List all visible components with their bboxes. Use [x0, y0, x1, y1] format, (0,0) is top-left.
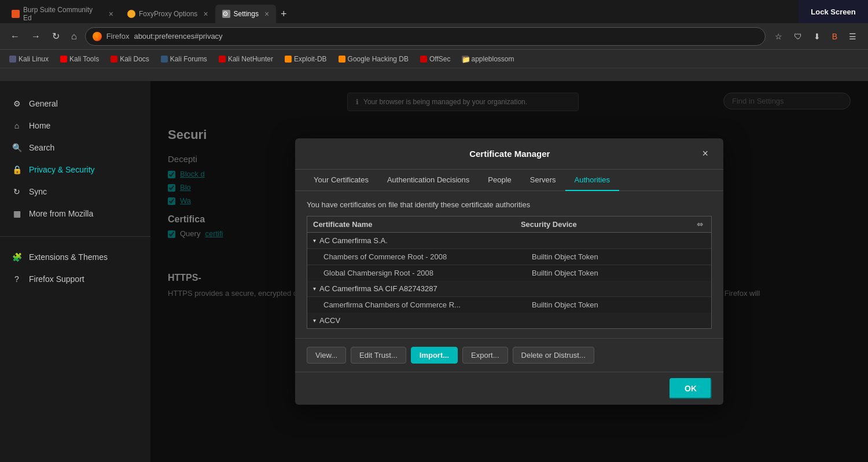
sidebar-privacy-label: Privacy & Security	[29, 165, 95, 174]
cert-row-name: Chambers of Commerce Root - 2008	[323, 252, 532, 261]
sidebar-item-search[interactable]: 🔍 Search	[0, 137, 150, 159]
cert-row-device: Builtin Object Token	[532, 269, 705, 277]
sidebar-item-general[interactable]: ⚙ General	[0, 93, 150, 115]
sidebar-home-label: Home	[29, 121, 50, 130]
modal-close-button[interactable]: ×	[698, 146, 712, 161]
bookmark-google-hacking-db[interactable]: Google Hacking DB	[334, 54, 413, 64]
cert-group-accv: ▾ ACCV	[307, 313, 711, 328]
tab-foxyproxy-close[interactable]: ×	[203, 10, 208, 18]
tab-your-certificates[interactable]: Your Certificates	[304, 170, 378, 191]
group-arrow-icon: ▾	[313, 237, 316, 244]
sidebar-sync-label: Sync	[29, 187, 47, 196]
modal-footer: View... Edit Trust... Import... Export..…	[295, 338, 723, 372]
certificate-manager-modal: Certificate Manager × Your Certificates …	[295, 138, 723, 405]
foxyproxy-icon	[127, 10, 135, 18]
col-cert-name: Certificate Name	[313, 220, 521, 229]
ok-button[interactable]: OK	[670, 378, 712, 399]
tab-settings[interactable]: ⚙ Settings ×	[215, 5, 277, 23]
col-resize-icon: ⇔	[694, 220, 705, 229]
cert-table-header: Certificate Name Security Device ⇔	[307, 217, 711, 233]
address-url: about:preferences#privacy	[134, 32, 222, 41]
cert-table[interactable]: Certificate Name Security Device ⇔ ▾ AC …	[307, 216, 712, 329]
table-row[interactable]: Global Chambersign Root - 2008 Builtin O…	[307, 265, 711, 281]
tab-burp-label: Burp Suite Community Ed	[23, 6, 103, 22]
tab-servers[interactable]: Servers	[521, 170, 565, 191]
table-row[interactable]: Chambers of Commerce Root - 2008 Builtin…	[307, 248, 711, 265]
download-button[interactable]: ⬇	[809, 30, 825, 43]
browser-chrome: Burp Suite Community Ed × FoxyProxy Opti…	[0, 0, 868, 81]
lock-screen-button[interactable]: Lock Screen	[799, 0, 868, 23]
search-icon: 🔍	[12, 142, 22, 153]
import-button[interactable]: Import...	[411, 347, 458, 364]
kali-tools-icon	[60, 56, 67, 63]
forward-button[interactable]: →	[28, 29, 44, 44]
modal-ok-row: OK	[295, 372, 723, 405]
gear-icon: ⚙	[12, 98, 22, 109]
exploit-db-icon	[285, 56, 292, 63]
firefox-logo-icon	[93, 32, 102, 41]
kali-linux-icon	[9, 56, 16, 63]
cert-group-header-ac-camerfirma[interactable]: ▾ AC Camerfirma S.A.	[307, 233, 711, 248]
bookmark-appleblossom[interactable]: 📁 appleblossom	[457, 54, 518, 64]
tab-burp[interactable]: Burp Suite Community Ed ×	[5, 5, 120, 23]
cert-group-header-cif[interactable]: ▾ AC Camerfirma SA CIF A82743287	[307, 281, 711, 296]
nav-icons: ☆ 🛡 ⬇ B ☰	[770, 30, 861, 43]
cert-group-name: AC Camerfirma S.A.	[319, 236, 388, 245]
group-arrow-icon: ▾	[313, 285, 316, 292]
sidebar-item-sync[interactable]: ↻ Sync	[0, 181, 150, 203]
bookmark-kali-linux[interactable]: Kali Linux	[5, 54, 53, 64]
sidebar: ⚙ General ⌂ Home 🔍 Search 🔒 Privacy & Se…	[0, 81, 150, 462]
export-button[interactable]: Export...	[462, 347, 507, 364]
profile-button[interactable]: B	[827, 30, 842, 43]
sidebar-item-firefox-support[interactable]: ? Firefox Support	[0, 268, 150, 290]
kali-docs-icon	[111, 56, 117, 63]
home-button[interactable]: ⌂	[68, 29, 80, 44]
cert-description: You have certificates on file that ident…	[307, 200, 712, 209]
sidebar-mozilla-label: More from Mozilla	[29, 209, 93, 218]
settings-content: ℹ Your browser is being managed by your …	[150, 81, 868, 462]
sync-icon: ↻	[12, 186, 22, 197]
sidebar-item-more-mozilla[interactable]: ▦ More from Mozilla	[0, 203, 150, 225]
tab-people[interactable]: People	[479, 170, 520, 191]
new-tab-button[interactable]: +	[276, 5, 292, 23]
reload-button[interactable]: ↻	[49, 28, 63, 44]
back-button[interactable]: ←	[7, 29, 23, 44]
sidebar-item-extensions[interactable]: 🧩 Extensions & Themes	[0, 246, 150, 268]
home-icon: ⌂	[12, 120, 22, 131]
sidebar-item-privacy-security[interactable]: 🔒 Privacy & Security	[0, 159, 150, 181]
view-button[interactable]: View...	[307, 347, 346, 364]
bookmark-kali-nethunter[interactable]: Kali NetHunter	[214, 54, 278, 64]
bookmark-kali-tools[interactable]: Kali Tools	[56, 54, 104, 64]
appleblossom-icon: 📁	[462, 56, 469, 63]
tab-burp-close[interactable]: ×	[109, 10, 113, 18]
tab-authorities[interactable]: Authorities	[565, 170, 619, 191]
bookmark-exploit-db[interactable]: Exploit-DB	[280, 54, 332, 64]
bookmark-kali-docs[interactable]: Kali Docs	[106, 54, 154, 64]
edit-trust-button[interactable]: Edit Trust...	[351, 347, 406, 364]
cert-group-ac-camerfirma: ▾ AC Camerfirma S.A. Chambers of Commerc…	[307, 233, 711, 281]
main-area: ⚙ General ⌂ Home 🔍 Search 🔒 Privacy & Se…	[0, 81, 868, 462]
offsec-icon	[420, 56, 427, 63]
tab-bar: Burp Suite Community Ed × FoxyProxy Opti…	[0, 0, 868, 23]
tab-authentication-decisions[interactable]: Authentication Decisions	[378, 170, 479, 191]
menu-button[interactable]: ☰	[844, 30, 861, 43]
pocket-button[interactable]: 🛡	[789, 30, 807, 43]
bookmark-kali-forums[interactable]: Kali Forums	[156, 54, 212, 64]
col-security-device: Security Device	[521, 220, 694, 229]
sidebar-item-home[interactable]: ⌂ Home	[0, 115, 150, 137]
cert-row-device: Builtin Object Token	[532, 300, 705, 309]
tab-foxyproxy[interactable]: FoxyProxy Options ×	[120, 5, 215, 23]
bookmark-offsec[interactable]: OffSec	[415, 54, 455, 64]
cert-group-ac-camerfirma-cif: ▾ AC Camerfirma SA CIF A82743287 Camerfi…	[307, 281, 711, 313]
sidebar-general-label: General	[29, 99, 58, 108]
table-row[interactable]: Camerfirma Chambers of Commerce R... Bui…	[307, 296, 711, 313]
tab-settings-close[interactable]: ×	[264, 10, 269, 18]
cert-row-name: Global Chambersign Root - 2008	[323, 269, 532, 277]
bookmark-star-button[interactable]: ☆	[770, 30, 787, 43]
tab-foxyproxy-label: FoxyProxy Options	[139, 10, 197, 18]
delete-distrust-button[interactable]: Delete or Distrust...	[513, 347, 594, 364]
cert-group-name: AC Camerfirma SA CIF A82743287	[319, 284, 437, 293]
cert-group-header-accv[interactable]: ▾ ACCV	[307, 313, 711, 328]
sidebar-search-label: Search	[29, 143, 54, 152]
address-bar[interactable]: Firefox about:preferences#privacy	[85, 27, 766, 46]
